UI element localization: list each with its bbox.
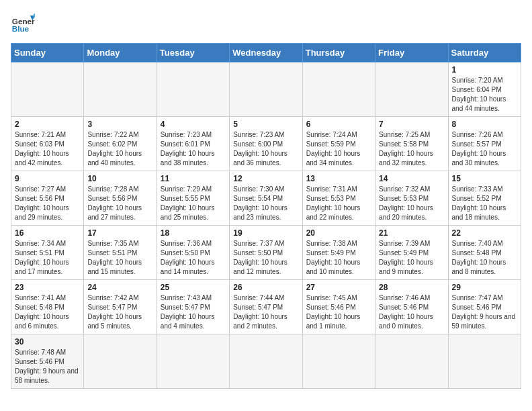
calendar-cell: 8Sunrise: 7:26 AM Sunset: 5:57 PM Daylig… — [448, 117, 521, 171]
calendar-cell: 9Sunrise: 7:27 AM Sunset: 5:56 PM Daylig… — [11, 171, 84, 226]
day-number: 7 — [379, 120, 444, 129]
day-number: 17 — [87, 228, 152, 238]
day-info: Sunrise: 7:46 AM Sunset: 5:46 PM Dayligh… — [379, 293, 444, 331]
calendar-cell: 21Sunrise: 7:39 AM Sunset: 5:49 PM Dayli… — [375, 226, 448, 280]
day-info: Sunrise: 7:36 AM Sunset: 5:50 PM Dayligh… — [161, 239, 226, 277]
day-info: Sunrise: 7:44 AM Sunset: 5:47 PM Dayligh… — [233, 293, 298, 331]
day-info: Sunrise: 7:23 AM Sunset: 6:01 PM Dayligh… — [161, 130, 226, 168]
calendar-cell: 24Sunrise: 7:42 AM Sunset: 5:47 PM Dayli… — [84, 280, 157, 334]
day-number: 3 — [87, 120, 152, 129]
day-number: 25 — [161, 283, 226, 292]
day-number: 10 — [87, 174, 152, 183]
day-number: 23 — [15, 283, 80, 292]
calendar-cell: 20Sunrise: 7:38 AM Sunset: 5:49 PM Dayli… — [302, 226, 375, 280]
calendar-cell: 26Sunrise: 7:44 AM Sunset: 5:47 PM Dayli… — [230, 280, 302, 334]
day-info: Sunrise: 7:20 AM Sunset: 6:04 PM Dayligh… — [452, 76, 517, 113]
day-number: 28 — [379, 283, 444, 292]
calendar-cell — [84, 334, 157, 389]
calendar-cell — [448, 334, 521, 389]
day-number: 15 — [452, 174, 517, 183]
day-info: Sunrise: 7:22 AM Sunset: 6:02 PM Dayligh… — [87, 130, 152, 168]
calendar-cell — [11, 62, 84, 117]
day-number: 18 — [161, 228, 226, 238]
logo-icon: General Blue — [11, 11, 35, 35]
day-info: Sunrise: 7:37 AM Sunset: 5:50 PM Dayligh… — [233, 239, 298, 277]
day-info: Sunrise: 7:21 AM Sunset: 6:03 PM Dayligh… — [15, 130, 80, 168]
calendar-cell: 4Sunrise: 7:23 AM Sunset: 6:01 PM Daylig… — [157, 117, 229, 171]
calendar-cell: 29Sunrise: 7:47 AM Sunset: 5:46 PM Dayli… — [448, 280, 521, 334]
calendar-cell: 17Sunrise: 7:35 AM Sunset: 5:51 PM Dayli… — [84, 226, 157, 280]
calendar-cell: 13Sunrise: 7:31 AM Sunset: 5:53 PM Dayli… — [302, 171, 375, 226]
calendar-table: SundayMondayTuesdayWednesdayThursdayFrid… — [11, 43, 521, 389]
day-number: 30 — [15, 337, 80, 347]
day-number: 14 — [379, 174, 444, 183]
day-number: 16 — [15, 228, 80, 238]
day-info: Sunrise: 7:30 AM Sunset: 5:54 PM Dayligh… — [233, 185, 298, 222]
day-number: 20 — [306, 228, 371, 238]
calendar-cell: 2Sunrise: 7:21 AM Sunset: 6:03 PM Daylig… — [11, 117, 84, 171]
day-number: 6 — [306, 120, 371, 129]
day-info: Sunrise: 7:47 AM Sunset: 5:46 PM Dayligh… — [452, 293, 517, 331]
calendar-cell: 6Sunrise: 7:24 AM Sunset: 5:59 PM Daylig… — [302, 117, 375, 171]
day-number: 21 — [379, 228, 444, 238]
svg-text:Blue: Blue — [12, 24, 30, 33]
day-info: Sunrise: 7:34 AM Sunset: 5:51 PM Dayligh… — [15, 239, 80, 277]
day-info: Sunrise: 7:38 AM Sunset: 5:49 PM Dayligh… — [306, 239, 371, 277]
day-number: 4 — [161, 120, 226, 129]
day-number: 2 — [15, 120, 80, 129]
calendar-cell: 18Sunrise: 7:36 AM Sunset: 5:50 PM Dayli… — [157, 226, 229, 280]
weekday-header: Sunday — [11, 44, 84, 62]
weekday-header: Saturday — [448, 44, 521, 62]
day-info: Sunrise: 7:28 AM Sunset: 5:56 PM Dayligh… — [87, 185, 152, 222]
calendar-cell: 3Sunrise: 7:22 AM Sunset: 6:02 PM Daylig… — [84, 117, 157, 171]
day-info: Sunrise: 7:25 AM Sunset: 5:58 PM Dayligh… — [379, 130, 444, 168]
calendar-cell: 12Sunrise: 7:30 AM Sunset: 5:54 PM Dayli… — [230, 171, 302, 226]
calendar-cell: 19Sunrise: 7:37 AM Sunset: 5:50 PM Dayli… — [230, 226, 302, 280]
day-number: 27 — [306, 283, 371, 292]
day-info: Sunrise: 7:24 AM Sunset: 5:59 PM Dayligh… — [306, 130, 371, 168]
header: General Blue — [11, 11, 521, 35]
day-number: 19 — [233, 228, 298, 238]
day-number: 9 — [15, 174, 80, 183]
day-info: Sunrise: 7:31 AM Sunset: 5:53 PM Dayligh… — [306, 185, 371, 222]
calendar-cell: 1Sunrise: 7:20 AM Sunset: 6:04 PM Daylig… — [448, 62, 521, 117]
day-info: Sunrise: 7:42 AM Sunset: 5:47 PM Dayligh… — [87, 293, 152, 331]
calendar-cell: 14Sunrise: 7:32 AM Sunset: 5:53 PM Dayli… — [375, 171, 448, 226]
day-number: 24 — [87, 283, 152, 292]
calendar-cell: 5Sunrise: 7:23 AM Sunset: 6:00 PM Daylig… — [230, 117, 302, 171]
weekday-header: Tuesday — [157, 44, 229, 62]
calendar-cell: 16Sunrise: 7:34 AM Sunset: 5:51 PM Dayli… — [11, 226, 84, 280]
day-info: Sunrise: 7:32 AM Sunset: 5:53 PM Dayligh… — [379, 185, 444, 222]
day-info: Sunrise: 7:41 AM Sunset: 5:48 PM Dayligh… — [15, 293, 80, 331]
day-info: Sunrise: 7:35 AM Sunset: 5:51 PM Dayligh… — [87, 239, 152, 277]
day-info: Sunrise: 7:27 AM Sunset: 5:56 PM Dayligh… — [15, 185, 80, 222]
calendar-cell — [302, 334, 375, 389]
calendar-cell: 7Sunrise: 7:25 AM Sunset: 5:58 PM Daylig… — [375, 117, 448, 171]
weekday-header: Friday — [375, 44, 448, 62]
day-number: 11 — [161, 174, 226, 183]
calendar-cell — [375, 334, 448, 389]
day-info: Sunrise: 7:23 AM Sunset: 6:00 PM Dayligh… — [233, 130, 298, 168]
calendar-cell: 22Sunrise: 7:40 AM Sunset: 5:48 PM Dayli… — [448, 226, 521, 280]
day-number: 26 — [233, 283, 298, 292]
day-number: 12 — [233, 174, 298, 183]
calendar-cell: 28Sunrise: 7:46 AM Sunset: 5:46 PM Dayli… — [375, 280, 448, 334]
weekday-header: Thursday — [302, 44, 375, 62]
day-number: 22 — [452, 228, 517, 238]
calendar-cell — [157, 62, 229, 117]
day-info: Sunrise: 7:48 AM Sunset: 5:46 PM Dayligh… — [15, 348, 80, 385]
calendar-cell — [302, 62, 375, 117]
day-info: Sunrise: 7:43 AM Sunset: 5:47 PM Dayligh… — [161, 293, 226, 331]
day-info: Sunrise: 7:26 AM Sunset: 5:57 PM Dayligh… — [452, 130, 517, 168]
calendar-cell — [84, 62, 157, 117]
calendar-cell: 30Sunrise: 7:48 AM Sunset: 5:46 PM Dayli… — [11, 334, 84, 389]
calendar-cell: 15Sunrise: 7:33 AM Sunset: 5:52 PM Dayli… — [448, 171, 521, 226]
day-number: 5 — [233, 120, 298, 129]
calendar-cell: 27Sunrise: 7:45 AM Sunset: 5:46 PM Dayli… — [302, 280, 375, 334]
weekday-header: Monday — [84, 44, 157, 62]
calendar-cell: 10Sunrise: 7:28 AM Sunset: 5:56 PM Dayli… — [84, 171, 157, 226]
weekday-header: Wednesday — [230, 44, 302, 62]
day-number: 1 — [452, 65, 517, 75]
day-info: Sunrise: 7:39 AM Sunset: 5:49 PM Dayligh… — [379, 239, 444, 277]
day-info: Sunrise: 7:29 AM Sunset: 5:55 PM Dayligh… — [161, 185, 226, 222]
